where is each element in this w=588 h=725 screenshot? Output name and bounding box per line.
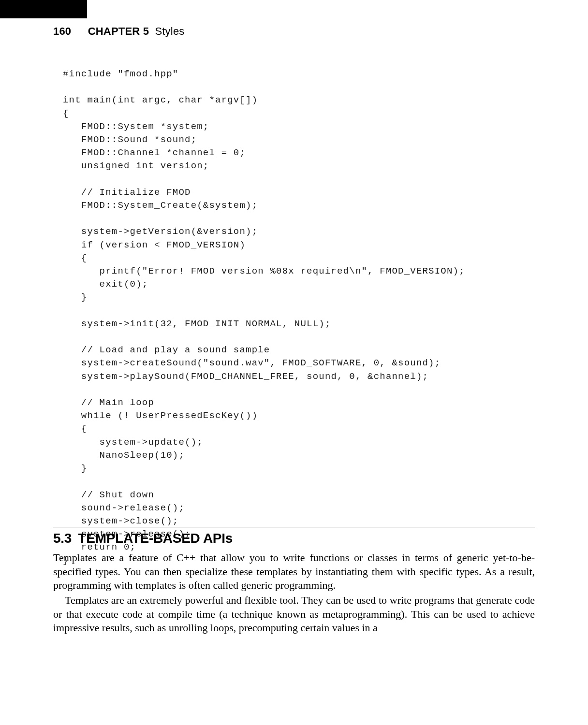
body-paragraph-2: Templates are an extremely powerful and …	[53, 594, 535, 635]
running-head: 160 CHAPTER 5 Styles	[53, 25, 185, 38]
section-heading: 5.3 TEMPLATE-BASED APIs	[53, 531, 233, 546]
code-listing: #include "fmod.hpp" int main(int argc, c…	[63, 68, 535, 567]
chapter-title: Styles	[155, 25, 184, 37]
page-number: 160	[53, 25, 71, 37]
page: 160 CHAPTER 5 Styles #include "fmod.hpp"…	[0, 0, 588, 725]
body-paragraph-1: Templates are a feature of C++ that allo…	[53, 551, 535, 593]
section-title: TEMPLATE-BASED APIs	[78, 531, 233, 546]
chapter-label: CHAPTER 5	[88, 25, 149, 37]
corner-tab	[0, 0, 87, 18]
section-number: 5.3	[53, 531, 72, 546]
section-rule	[53, 527, 535, 527]
